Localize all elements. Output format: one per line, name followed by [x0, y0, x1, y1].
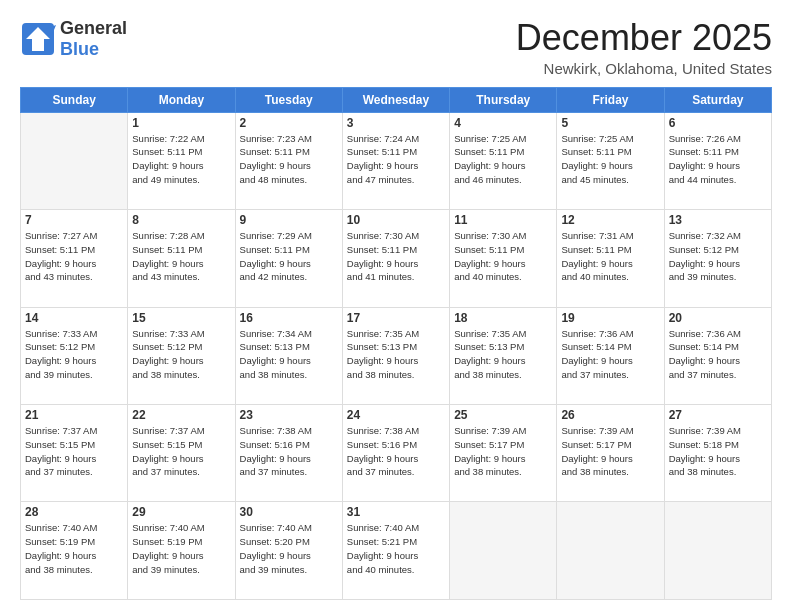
col-tuesday: Tuesday: [235, 87, 342, 112]
day-info: Sunrise: 7:40 AM Sunset: 5:19 PM Dayligh…: [132, 521, 230, 576]
day-number: 31: [347, 505, 445, 519]
header: General Blue December 2025 Newkirk, Okla…: [20, 18, 772, 77]
day-number: 21: [25, 408, 123, 422]
calendar-cell: 20Sunrise: 7:36 AM Sunset: 5:14 PM Dayli…: [664, 307, 771, 404]
calendar-cell: [21, 112, 128, 209]
col-thursday: Thursday: [450, 87, 557, 112]
calendar-cell: 19Sunrise: 7:36 AM Sunset: 5:14 PM Dayli…: [557, 307, 664, 404]
calendar-cell: 17Sunrise: 7:35 AM Sunset: 5:13 PM Dayli…: [342, 307, 449, 404]
title-area: December 2025 Newkirk, Oklahoma, United …: [516, 18, 772, 77]
day-number: 12: [561, 213, 659, 227]
day-number: 9: [240, 213, 338, 227]
day-info: Sunrise: 7:31 AM Sunset: 5:11 PM Dayligh…: [561, 229, 659, 284]
calendar-cell: 13Sunrise: 7:32 AM Sunset: 5:12 PM Dayli…: [664, 210, 771, 307]
calendar-cell: 12Sunrise: 7:31 AM Sunset: 5:11 PM Dayli…: [557, 210, 664, 307]
day-info: Sunrise: 7:33 AM Sunset: 5:12 PM Dayligh…: [132, 327, 230, 382]
calendar-cell: 25Sunrise: 7:39 AM Sunset: 5:17 PM Dayli…: [450, 405, 557, 502]
day-number: 16: [240, 311, 338, 325]
day-number: 13: [669, 213, 767, 227]
calendar-cell: 7Sunrise: 7:27 AM Sunset: 5:11 PM Daylig…: [21, 210, 128, 307]
day-info: Sunrise: 7:37 AM Sunset: 5:15 PM Dayligh…: [25, 424, 123, 479]
day-number: 3: [347, 116, 445, 130]
day-info: Sunrise: 7:29 AM Sunset: 5:11 PM Dayligh…: [240, 229, 338, 284]
day-number: 11: [454, 213, 552, 227]
logo-icon: [20, 21, 56, 57]
calendar-cell: 30Sunrise: 7:40 AM Sunset: 5:20 PM Dayli…: [235, 502, 342, 600]
day-number: 29: [132, 505, 230, 519]
calendar-week-4: 21Sunrise: 7:37 AM Sunset: 5:15 PM Dayli…: [21, 405, 772, 502]
day-number: 27: [669, 408, 767, 422]
logo-general: General: [60, 18, 127, 39]
calendar-cell: 21Sunrise: 7:37 AM Sunset: 5:15 PM Dayli…: [21, 405, 128, 502]
day-number: 25: [454, 408, 552, 422]
calendar-cell: [664, 502, 771, 600]
day-info: Sunrise: 7:39 AM Sunset: 5:18 PM Dayligh…: [669, 424, 767, 479]
day-number: 19: [561, 311, 659, 325]
day-number: 17: [347, 311, 445, 325]
col-wednesday: Wednesday: [342, 87, 449, 112]
day-info: Sunrise: 7:22 AM Sunset: 5:11 PM Dayligh…: [132, 132, 230, 187]
day-info: Sunrise: 7:35 AM Sunset: 5:13 PM Dayligh…: [454, 327, 552, 382]
day-number: 23: [240, 408, 338, 422]
day-number: 6: [669, 116, 767, 130]
calendar-cell: 5Sunrise: 7:25 AM Sunset: 5:11 PM Daylig…: [557, 112, 664, 209]
day-number: 7: [25, 213, 123, 227]
day-number: 1: [132, 116, 230, 130]
calendar-cell: [450, 502, 557, 600]
month-title: December 2025: [516, 18, 772, 58]
calendar-week-5: 28Sunrise: 7:40 AM Sunset: 5:19 PM Dayli…: [21, 502, 772, 600]
day-info: Sunrise: 7:25 AM Sunset: 5:11 PM Dayligh…: [561, 132, 659, 187]
day-info: Sunrise: 7:26 AM Sunset: 5:11 PM Dayligh…: [669, 132, 767, 187]
calendar-week-2: 7Sunrise: 7:27 AM Sunset: 5:11 PM Daylig…: [21, 210, 772, 307]
calendar-cell: 9Sunrise: 7:29 AM Sunset: 5:11 PM Daylig…: [235, 210, 342, 307]
calendar-cell: 23Sunrise: 7:38 AM Sunset: 5:16 PM Dayli…: [235, 405, 342, 502]
day-number: 22: [132, 408, 230, 422]
day-info: Sunrise: 7:40 AM Sunset: 5:20 PM Dayligh…: [240, 521, 338, 576]
day-info: Sunrise: 7:37 AM Sunset: 5:15 PM Dayligh…: [132, 424, 230, 479]
page: General Blue December 2025 Newkirk, Okla…: [0, 0, 792, 612]
day-info: Sunrise: 7:30 AM Sunset: 5:11 PM Dayligh…: [347, 229, 445, 284]
day-info: Sunrise: 7:32 AM Sunset: 5:12 PM Dayligh…: [669, 229, 767, 284]
logo-blue: Blue: [60, 39, 99, 59]
col-monday: Monday: [128, 87, 235, 112]
day-info: Sunrise: 7:40 AM Sunset: 5:21 PM Dayligh…: [347, 521, 445, 576]
day-number: 15: [132, 311, 230, 325]
day-info: Sunrise: 7:28 AM Sunset: 5:11 PM Dayligh…: [132, 229, 230, 284]
day-info: Sunrise: 7:27 AM Sunset: 5:11 PM Dayligh…: [25, 229, 123, 284]
calendar-week-1: 1Sunrise: 7:22 AM Sunset: 5:11 PM Daylig…: [21, 112, 772, 209]
calendar-cell: 22Sunrise: 7:37 AM Sunset: 5:15 PM Dayli…: [128, 405, 235, 502]
calendar-cell: 24Sunrise: 7:38 AM Sunset: 5:16 PM Dayli…: [342, 405, 449, 502]
logo: General Blue: [20, 18, 127, 60]
day-info: Sunrise: 7:24 AM Sunset: 5:11 PM Dayligh…: [347, 132, 445, 187]
day-number: 18: [454, 311, 552, 325]
day-info: Sunrise: 7:39 AM Sunset: 5:17 PM Dayligh…: [561, 424, 659, 479]
day-info: Sunrise: 7:38 AM Sunset: 5:16 PM Dayligh…: [240, 424, 338, 479]
day-number: 14: [25, 311, 123, 325]
day-info: Sunrise: 7:23 AM Sunset: 5:11 PM Dayligh…: [240, 132, 338, 187]
calendar-cell: 3Sunrise: 7:24 AM Sunset: 5:11 PM Daylig…: [342, 112, 449, 209]
day-number: 5: [561, 116, 659, 130]
day-info: Sunrise: 7:33 AM Sunset: 5:12 PM Dayligh…: [25, 327, 123, 382]
calendar-header-row: Sunday Monday Tuesday Wednesday Thursday…: [21, 87, 772, 112]
calendar-table: Sunday Monday Tuesday Wednesday Thursday…: [20, 87, 772, 600]
calendar-cell: 6Sunrise: 7:26 AM Sunset: 5:11 PM Daylig…: [664, 112, 771, 209]
calendar-cell: [557, 502, 664, 600]
calendar-cell: 27Sunrise: 7:39 AM Sunset: 5:18 PM Dayli…: [664, 405, 771, 502]
col-friday: Friday: [557, 87, 664, 112]
calendar-cell: 31Sunrise: 7:40 AM Sunset: 5:21 PM Dayli…: [342, 502, 449, 600]
calendar-cell: 1Sunrise: 7:22 AM Sunset: 5:11 PM Daylig…: [128, 112, 235, 209]
day-number: 24: [347, 408, 445, 422]
calendar-cell: 29Sunrise: 7:40 AM Sunset: 5:19 PM Dayli…: [128, 502, 235, 600]
day-number: 10: [347, 213, 445, 227]
day-number: 30: [240, 505, 338, 519]
day-number: 26: [561, 408, 659, 422]
day-info: Sunrise: 7:35 AM Sunset: 5:13 PM Dayligh…: [347, 327, 445, 382]
location: Newkirk, Oklahoma, United States: [516, 60, 772, 77]
calendar-cell: 2Sunrise: 7:23 AM Sunset: 5:11 PM Daylig…: [235, 112, 342, 209]
day-number: 4: [454, 116, 552, 130]
day-info: Sunrise: 7:25 AM Sunset: 5:11 PM Dayligh…: [454, 132, 552, 187]
calendar-cell: 4Sunrise: 7:25 AM Sunset: 5:11 PM Daylig…: [450, 112, 557, 209]
calendar-cell: 11Sunrise: 7:30 AM Sunset: 5:11 PM Dayli…: [450, 210, 557, 307]
day-info: Sunrise: 7:38 AM Sunset: 5:16 PM Dayligh…: [347, 424, 445, 479]
calendar-cell: 28Sunrise: 7:40 AM Sunset: 5:19 PM Dayli…: [21, 502, 128, 600]
